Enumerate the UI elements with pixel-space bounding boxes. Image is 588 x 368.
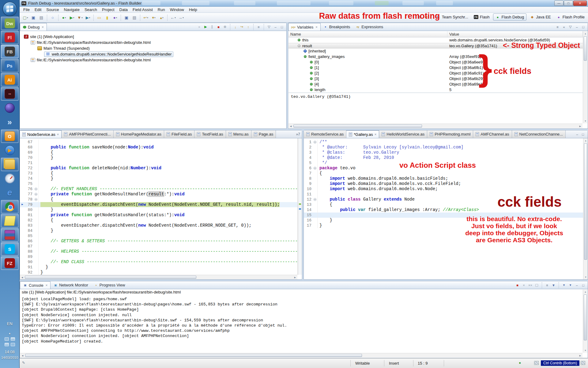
right-editor-code[interactable]: 1/**2 * @author: Sylvain Lecoy [sylvain.… [304,138,583,279]
editor-tab-NodeService-as[interactable]: NodeService.as× [20,130,62,138]
variable-row[interactable]: field_gallery_imagesArray (@35eef91) [288,54,583,59]
editor-tab-TextField-as[interactable]: TextField.as [194,130,226,138]
remove-all-terminated-button[interactable]: × [196,24,202,29]
open-console-button[interactable]: ▾ [567,282,573,288]
close-icon[interactable]: × [42,25,43,29]
code-line[interactable]: 78 { [20,197,297,202]
perspective-flash[interactable]: FBFlash [472,14,492,20]
editor-tab-AMFChannel-as[interactable]: AMFChannel.as [473,130,512,138]
code-line[interactable]: 89 [20,254,297,259]
editor-tab-AMFPHPNetConnecti-[interactable]: AMFPHPNetConnecti... [62,130,114,138]
code-line[interactable]: 2 * @author: Sylvain Lecoy [sylvain.leco… [304,145,583,150]
tray-network-icon[interactable] [11,337,15,341]
taskbar-item-photoshop[interactable]: Ps [1,59,19,72]
view-menu-button[interactable]: ▽ [266,24,272,29]
tray-clipboard-icon[interactable] [5,337,9,341]
resume-button[interactable]: ▶ [203,24,209,29]
variable-row[interactable]: [3]Object (@36a6b29) [288,76,583,82]
console-vertical-scrollbar[interactable]: ▲▼ [583,289,587,353]
close-button[interactable]: × [573,1,587,6]
collapse-icon[interactable] [314,198,316,201]
mark-occurrences-button[interactable]: ▮ [104,14,111,21]
taskbar-item-powershell[interactable]: » [1,115,19,129]
open-perspective-button[interactable]: ▤ [416,14,422,20]
fold-margin[interactable] [34,197,39,202]
menu-source[interactable]: Source [44,7,61,12]
code-line[interactable]: 4 * @date: Feb 28, 2010 [304,155,583,160]
minimize-view-button[interactable]: – [574,24,580,29]
editor-tab-Menu-as[interactable]: Menu.as [226,130,251,138]
maximize-view-button[interactable]: □ [279,24,285,29]
editor-tab-Page-as[interactable]: Page.as [251,130,276,138]
step-filters-button[interactable]: ≡ [256,24,262,29]
maximize-view-button[interactable]: □ [580,24,586,29]
clear-console-button[interactable]: ▢ [534,282,540,288]
taskbar-item-outlook[interactable]: O [1,129,19,143]
code-line[interactable]: 1/** [304,140,583,145]
code-line[interactable]: 15 [304,213,583,218]
taskbar-item-safari[interactable] [1,172,19,185]
show-hidden-icons-button[interactable]: ▲ [0,332,19,335]
code-line[interactable]: 71 [20,160,297,166]
code-line[interactable]: 14 public var field_gallery_images :Arra… [304,207,583,213]
titlebar[interactable]: FB Flash Debug - teorestaurant/src/teo/v… [20,0,588,7]
perspective-flash-profile[interactable]: ●Flash Profile [554,14,587,20]
taskbar-item-chrome[interactable] [1,200,19,213]
perspective-java-ee[interactable]: ◆Java EE [528,14,553,20]
contrib-badge[interactable]: Ctrl Contrib (Bottom) [541,360,579,366]
fold-margin[interactable] [313,197,318,202]
minimize-view-button[interactable]: – [574,132,580,137]
menu-run[interactable]: Run [155,7,168,12]
taskbar-item-flash[interactable]: Fl [1,31,19,44]
taskbar-item-dreamweaver[interactable]: Dw [1,17,19,30]
code-line[interactable]: 9 import web.domains.drupal6.models.vo.c… [304,181,583,186]
language-indicator[interactable]: EN [0,321,19,326]
minimize-view-button[interactable]: – [273,24,278,29]
taskbar-item-explorer-folders[interactable] [1,158,19,171]
forward-button[interactable]: →▾ [177,14,185,21]
left-editor-horizontal-scrollbar[interactable]: ◀▶ [20,275,297,279]
debug-tree-row[interactable]: web.domains.drupal6.services::NodeServic… [20,51,286,57]
fold-margin[interactable] [34,192,39,197]
new-wizard-button[interactable]: ▢▾ [22,14,29,21]
maximize-view-button[interactable]: □ [580,132,586,137]
code-line[interactable]: 70 } [20,155,297,160]
right-editor-vertical-scrollbar[interactable]: ▲▼ [583,138,588,279]
tab-breakpoints[interactable]: ●Breakpoints [321,23,353,31]
next-annotation-button[interactable]: ▾▾ [150,14,157,21]
date[interactable]: 14/03/2010 [0,356,19,359]
column-name[interactable]: Name [288,31,447,37]
code-line[interactable]: 75 [20,181,297,186]
perspective-pair-button[interactable]: ⇄ [423,14,429,20]
variable-row[interactable]: thisweb.domains.drupal6.services.NodeSer… [288,37,583,43]
variable-detail-pane[interactable]: teo.vo.Gallery (@35a1741) [288,93,583,123]
maximize-button[interactable]: □ [564,1,573,6]
remove-all-launches-button[interactable]: ×× [527,282,533,288]
tab-expressions[interactable]: xyExpressions [353,23,386,31]
menu-navigate[interactable]: Navigate [62,7,82,12]
code-line[interactable]: 11 [304,192,583,197]
show-logical-structure-button[interactable]: ≡ [555,24,560,29]
menu-project[interactable]: Project [100,7,117,12]
profile-button[interactable]: ▶▾ [84,14,92,21]
close-icon[interactable]: × [315,25,317,29]
variable-row[interactable]: [1]Object (@36a6fb1) [288,65,583,71]
collapse-icon[interactable] [35,198,37,201]
code-line[interactable]: 86 //- GETTERS & SETTERS ---------------… [20,239,297,244]
save-all-button[interactable]: ▣ [123,14,130,21]
back-button[interactable]: ←▾ [169,14,177,21]
code-line[interactable]: 68 public function saveNode(node:Node):v… [20,145,297,150]
export-release-button[interactable]: ▼▾ [76,14,84,21]
left-editor-code[interactable]: 6768 public function saveNode(node:Node)… [20,138,297,275]
code-line[interactable]: 73 { [20,171,297,176]
console-output[interactable]: [object LocalPageModel] load: pages/home… [21,297,583,353]
start-button[interactable] [3,2,17,16]
variable-row[interactable]: [4]Object (@36a69c1) [288,82,583,87]
code-line[interactable]: 92} [20,270,297,275]
editor-tab-HelloWorldService-as[interactable]: HelloWorldService.as [379,130,427,138]
taskbar-item-illustrator[interactable]: Ai [1,73,19,86]
code-line[interactable]: 8 import web.domains.drupal6.models.basi… [304,176,583,181]
instruction-pointer-icon[interactable]: ▶ [20,202,25,207]
debug-tree-row[interactable]: file:/E:/Sylvain/workspace/flash/teorest… [20,40,286,45]
code-line[interactable]: 6package teo.vo [304,166,583,171]
